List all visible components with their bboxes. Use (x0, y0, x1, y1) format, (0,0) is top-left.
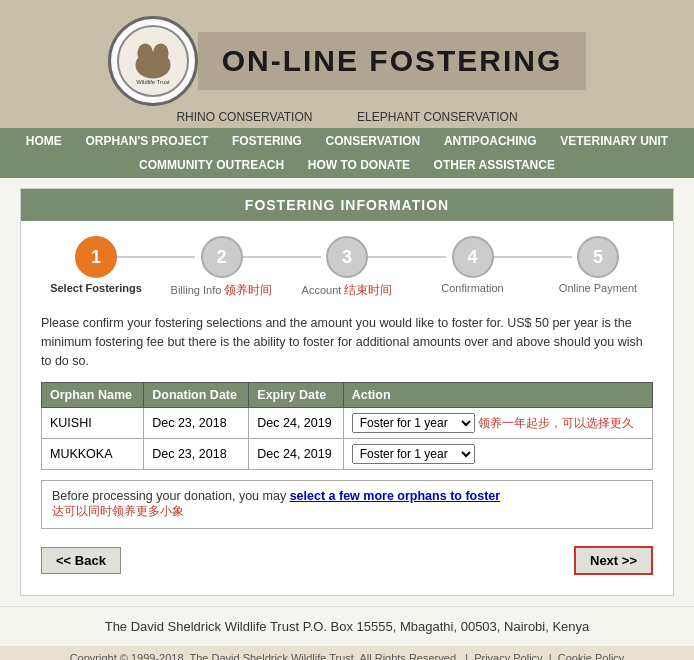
step-2-label: Billing Info 领养时间 (171, 282, 273, 299)
nav-home[interactable]: HOME (26, 134, 62, 148)
step-1: 1 Select Fosterings (41, 236, 151, 294)
main-content: FOSTERING INFORMATION 1 Select Fostering… (20, 188, 674, 596)
nav-donate[interactable]: HOW TO DONATE (308, 158, 410, 172)
more-orphans-text: Before processing your donation, you may (52, 489, 286, 503)
more-orphans-link[interactable]: select a few more orphans to foster (290, 489, 500, 503)
expiry-date-1: Dec 24, 2019 (249, 408, 343, 439)
banner: Wildlife Trust ON-LINE FOSTERING (0, 16, 694, 106)
step-1-circle: 1 (75, 236, 117, 278)
nav-veterinary[interactable]: VETERINARY UNIT (560, 134, 668, 148)
col-orphan-name: Orphan Name (42, 383, 144, 408)
step-1-label: Select Fosterings (50, 282, 142, 294)
step-3-circle: 3 (326, 236, 368, 278)
step-4-label: Confirmation (441, 282, 503, 294)
content-body: Please confirm your fostering selections… (21, 304, 673, 595)
copyright-text: Copyright © 1999-2018, The David Sheldri… (70, 652, 459, 660)
nav-assistance[interactable]: OTHER ASSISTANCE (434, 158, 555, 172)
step-3: 3 Account 结束时间 (292, 236, 402, 299)
intro-text: Please confirm your fostering selections… (41, 314, 653, 370)
table-row: KUISHI Dec 23, 2018 Dec 24, 2019 Foster … (42, 408, 653, 439)
step-5-circle: 5 (577, 236, 619, 278)
logo: Wildlife Trust (108, 16, 198, 106)
step-4-circle: 4 (452, 236, 494, 278)
svg-text:Wildlife Trust: Wildlife Trust (136, 79, 170, 85)
more-orphans-annotation: 达可以同时领养更多小象 (52, 504, 184, 518)
cookie-link[interactable]: Cookie Policy (558, 652, 625, 660)
foster-table: Orphan Name Donation Date Expiry Date Ac… (41, 382, 653, 470)
nav-conservation[interactable]: CONSERVATION (326, 134, 421, 148)
step-2: 2 Billing Info 领养时间 (167, 236, 277, 299)
more-orphans-box: Before processing your donation, you may… (41, 480, 653, 529)
nav-orphans[interactable]: ORPHAN'S PROJECT (85, 134, 208, 148)
action-select-2[interactable]: Foster for 1 year Foster for 2 years Fos… (352, 444, 475, 464)
nav-antipoaching[interactable]: ANTIPOACHING (444, 134, 537, 148)
row1-annotation: 领养一年起步，可以选择更久 (478, 416, 634, 430)
nav-community[interactable]: COMMUNITY OUTREACH (139, 158, 284, 172)
banner-title-area: ON-LINE FOSTERING (198, 32, 587, 90)
action-select-1[interactable]: Foster for 1 year Foster for 2 years Fos… (352, 413, 475, 433)
step3-annotation: 结束时间 (344, 283, 392, 297)
privacy-link[interactable]: Privacy Policy (474, 652, 542, 660)
expiry-date-2: Dec 24, 2019 (249, 439, 343, 470)
header: Wildlife Trust ON-LINE FOSTERING RHINO C… (0, 0, 694, 178)
step-5: 5 Online Payment (543, 236, 653, 294)
step-3-label: Account 结束时间 (302, 282, 393, 299)
donation-date-1: Dec 23, 2018 (144, 408, 249, 439)
col-action: Action (343, 383, 652, 408)
col-expiry-date: Expiry Date (249, 383, 343, 408)
nav-fostering[interactable]: FOSTERING (232, 134, 302, 148)
orphan-name-1: KUISHI (42, 408, 144, 439)
action-1: Foster for 1 year Foster for 2 years Fos… (343, 408, 652, 439)
step-5-label: Online Payment (559, 282, 637, 294)
donation-date-2: Dec 23, 2018 (144, 439, 249, 470)
nav-top: RHINO CONSERVATION ELEPHANT CONSERVATION (0, 106, 694, 128)
svg-point-2 (137, 43, 153, 62)
banner-title: ON-LINE FOSTERING (222, 44, 563, 78)
footer-address-text: The David Sheldrick Wildlife Trust P.O. … (105, 619, 590, 634)
table-row: MUKKOKA Dec 23, 2018 Dec 24, 2019 Foster… (42, 439, 653, 470)
nav-elephant[interactable]: ELEPHANT CONSERVATION (357, 110, 517, 124)
col-donation-date: Donation Date (144, 383, 249, 408)
next-button[interactable]: Next >> (574, 546, 653, 575)
nav-main: HOME ORPHAN'S PROJECT FOSTERING CONSERVA… (0, 128, 694, 153)
step-4: 4 Confirmation (418, 236, 528, 294)
back-button[interactable]: << Back (41, 547, 121, 574)
footer-address: The David Sheldrick Wildlife Trust P.O. … (0, 606, 694, 646)
step-2-circle: 2 (201, 236, 243, 278)
steps-row: 1 Select Fosterings 2 Billing Info 领养时间 … (21, 221, 673, 304)
footer-copyright: Copyright © 1999-2018, The David Sheldri… (0, 646, 694, 660)
svg-point-3 (153, 43, 169, 62)
action-2: Foster for 1 year Foster for 2 years Fos… (343, 439, 652, 470)
nav-sub: COMMUNITY OUTREACH HOW TO DONATE OTHER A… (0, 153, 694, 178)
step2-annotation: 领养时间 (224, 283, 272, 297)
nav-rhino[interactable]: RHINO CONSERVATION (176, 110, 312, 124)
orphan-name-2: MUKKOKA (42, 439, 144, 470)
buttons-row: << Back Next >> (41, 541, 653, 580)
section-header: FOSTERING INFORMATION (21, 189, 673, 221)
